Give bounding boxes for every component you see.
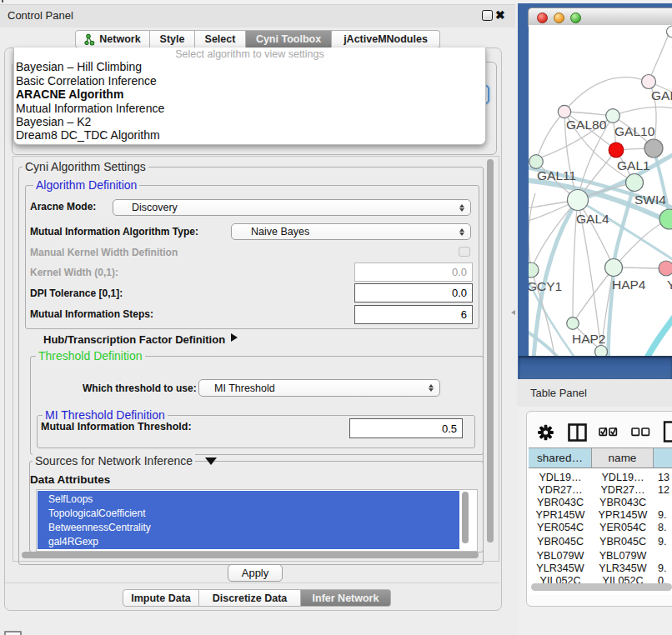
svg-text:GCY1: GCY1 xyxy=(529,279,562,293)
svg-text:GAL4: GAL4 xyxy=(576,212,609,226)
svg-text:HAP2: HAP2 xyxy=(572,332,606,346)
svg-text:GAL1: GAL1 xyxy=(617,158,650,172)
svg-text:GAL: GAL xyxy=(651,88,672,102)
svg-text:HAP4: HAP4 xyxy=(612,278,646,292)
svg-text:GAL80: GAL80 xyxy=(566,118,607,132)
svg-text:Y: Y xyxy=(667,278,672,292)
svg-text:GAL10: GAL10 xyxy=(614,124,655,138)
svg-text:SWI4: SWI4 xyxy=(634,192,666,207)
svg-text:GAL11: GAL11 xyxy=(537,168,576,182)
